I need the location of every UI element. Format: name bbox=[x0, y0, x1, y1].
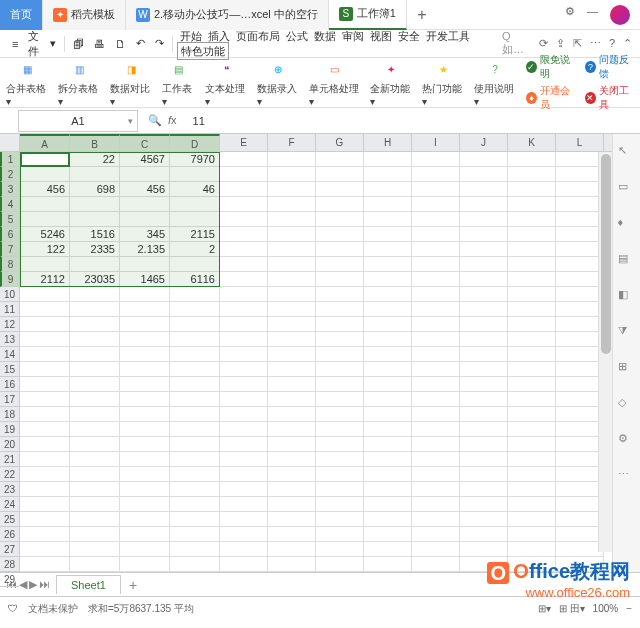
cell[interactable] bbox=[268, 302, 316, 317]
cell[interactable] bbox=[508, 422, 556, 437]
row-header[interactable]: 3 bbox=[0, 182, 19, 197]
cell[interactable]: 456 bbox=[120, 182, 170, 197]
cell[interactable] bbox=[20, 212, 70, 227]
cell[interactable] bbox=[170, 542, 220, 557]
cell[interactable] bbox=[20, 302, 70, 317]
cell[interactable] bbox=[508, 392, 556, 407]
cell[interactable] bbox=[220, 302, 268, 317]
row-header[interactable]: 16 bbox=[0, 377, 19, 392]
cell[interactable] bbox=[268, 377, 316, 392]
row-header[interactable]: 14 bbox=[0, 347, 19, 362]
cell[interactable] bbox=[268, 197, 316, 212]
cell[interactable] bbox=[20, 407, 70, 422]
cell[interactable] bbox=[412, 437, 460, 452]
protect-icon[interactable]: 🛡 bbox=[8, 603, 18, 614]
cell[interactable] bbox=[364, 287, 412, 302]
row-header[interactable]: 28 bbox=[0, 557, 19, 572]
cell[interactable] bbox=[556, 452, 604, 467]
menu-8[interactable]: 开发工具 bbox=[423, 28, 473, 44]
cell[interactable] bbox=[120, 422, 170, 437]
cell[interactable] bbox=[20, 317, 70, 332]
cell[interactable] bbox=[460, 272, 508, 287]
cell[interactable] bbox=[364, 167, 412, 182]
link-vip[interactable]: ♦开通会员 bbox=[526, 84, 575, 112]
cell[interactable] bbox=[220, 362, 268, 377]
cell[interactable] bbox=[220, 257, 268, 272]
cursor-icon[interactable]: ↖ bbox=[618, 144, 636, 162]
cell[interactable] bbox=[20, 497, 70, 512]
cell[interactable] bbox=[70, 482, 120, 497]
sheet-last-icon[interactable]: ⏭ bbox=[39, 578, 50, 591]
cell[interactable] bbox=[70, 317, 120, 332]
cell[interactable] bbox=[364, 317, 412, 332]
cell[interactable] bbox=[220, 407, 268, 422]
help-icon[interactable]: ? bbox=[609, 37, 615, 50]
cell[interactable] bbox=[268, 392, 316, 407]
more-icon[interactable]: ⋯ bbox=[590, 37, 601, 50]
cell[interactable] bbox=[70, 332, 120, 347]
cell[interactable] bbox=[412, 362, 460, 377]
cell[interactable] bbox=[316, 152, 364, 167]
cell[interactable] bbox=[316, 362, 364, 377]
row-header[interactable]: 24 bbox=[0, 497, 19, 512]
cell[interactable] bbox=[460, 302, 508, 317]
cell[interactable] bbox=[220, 287, 268, 302]
layers-icon[interactable]: ◧ bbox=[618, 288, 636, 306]
row-header[interactable]: 20 bbox=[0, 437, 19, 452]
cell[interactable] bbox=[268, 167, 316, 182]
cell[interactable] bbox=[460, 497, 508, 512]
print-icon[interactable]: 🖶 bbox=[90, 36, 109, 52]
menu-4[interactable]: 数据 bbox=[311, 28, 339, 44]
cell[interactable] bbox=[170, 362, 220, 377]
cell[interactable] bbox=[316, 197, 364, 212]
cell[interactable] bbox=[120, 197, 170, 212]
cell[interactable] bbox=[70, 197, 120, 212]
cell[interactable] bbox=[316, 392, 364, 407]
cell[interactable] bbox=[268, 152, 316, 167]
cell[interactable] bbox=[268, 482, 316, 497]
cell[interactable] bbox=[556, 362, 604, 377]
cell[interactable] bbox=[316, 452, 364, 467]
cell[interactable] bbox=[412, 167, 460, 182]
cell[interactable] bbox=[412, 317, 460, 332]
cell[interactable] bbox=[268, 347, 316, 362]
cell[interactable] bbox=[70, 557, 120, 572]
cell[interactable] bbox=[412, 482, 460, 497]
cell[interactable] bbox=[70, 392, 120, 407]
cell[interactable] bbox=[70, 407, 120, 422]
menu-7[interactable]: 安全 bbox=[395, 28, 423, 44]
cell[interactable] bbox=[412, 332, 460, 347]
cell[interactable] bbox=[220, 347, 268, 362]
cell[interactable] bbox=[412, 242, 460, 257]
cell[interactable] bbox=[364, 527, 412, 542]
cell[interactable] bbox=[170, 167, 220, 182]
cell[interactable] bbox=[364, 347, 412, 362]
cell[interactable] bbox=[556, 422, 604, 437]
cell[interactable] bbox=[20, 467, 70, 482]
cell[interactable] bbox=[268, 557, 316, 572]
cell[interactable] bbox=[316, 167, 364, 182]
cell[interactable] bbox=[268, 407, 316, 422]
cell[interactable] bbox=[460, 452, 508, 467]
more2-icon[interactable]: ⋯ bbox=[618, 468, 636, 486]
cell[interactable] bbox=[508, 347, 556, 362]
cell[interactable] bbox=[556, 152, 604, 167]
cell[interactable] bbox=[268, 437, 316, 452]
cell[interactable] bbox=[170, 332, 220, 347]
cell[interactable] bbox=[460, 422, 508, 437]
cell[interactable] bbox=[508, 437, 556, 452]
cell[interactable] bbox=[460, 287, 508, 302]
cell[interactable] bbox=[412, 377, 460, 392]
cell[interactable] bbox=[508, 362, 556, 377]
cell[interactable] bbox=[170, 287, 220, 302]
cell[interactable] bbox=[70, 212, 120, 227]
cell[interactable] bbox=[364, 482, 412, 497]
cell[interactable] bbox=[316, 227, 364, 242]
cell[interactable] bbox=[220, 527, 268, 542]
cell[interactable] bbox=[412, 347, 460, 362]
cell[interactable]: 698 bbox=[70, 182, 120, 197]
col-header[interactable]: A bbox=[20, 134, 70, 151]
cell[interactable] bbox=[120, 257, 170, 272]
cell[interactable] bbox=[508, 317, 556, 332]
cell[interactable] bbox=[364, 452, 412, 467]
